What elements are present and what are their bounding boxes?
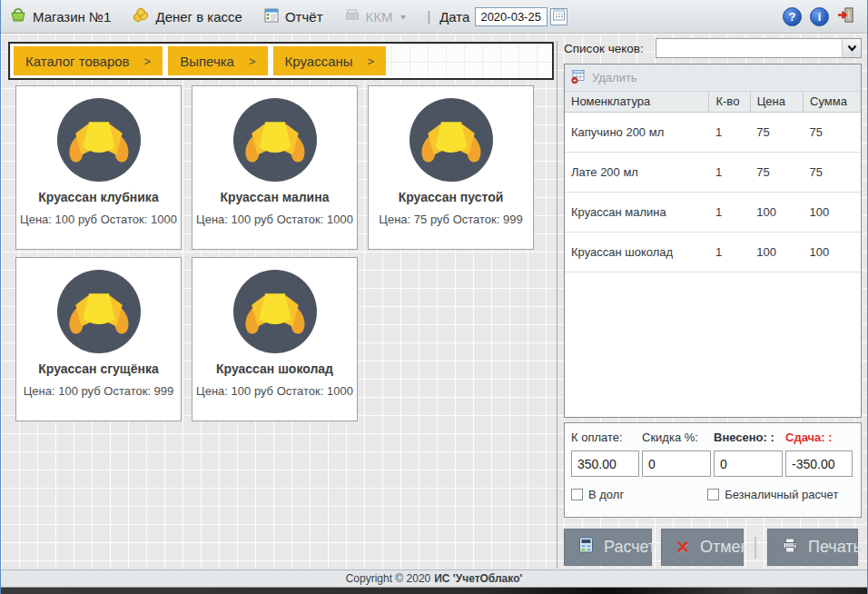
- breadcrumb-arrow-icon: >: [249, 54, 256, 68]
- toolbar-separator: |: [428, 9, 431, 24]
- info-icon[interactable]: i: [810, 7, 829, 26]
- croissant-image: [233, 98, 317, 182]
- debt-label: В долг: [588, 488, 624, 501]
- copyright-text: Copyright © 2020: [346, 572, 431, 585]
- print-label: Печать: [808, 538, 862, 557]
- debt-checkbox-group[interactable]: В долг: [571, 488, 624, 501]
- top-toolbar: Магазин №1 Денег в кассе: [1, 0, 867, 34]
- pos-window: Магазин №1 Денег в кассе: [0, 0, 868, 594]
- date-label: Дата: [439, 9, 469, 25]
- store-label: Магазин №1: [33, 9, 111, 25]
- receipt-panel: Список чеков:: [564, 38, 862, 518]
- kkm-caret-icon: ▾: [401, 12, 406, 22]
- date-input[interactable]: [475, 7, 547, 26]
- report-icon: [264, 8, 279, 25]
- col-price[interactable]: Цена: [750, 92, 803, 112]
- exit-icon: [837, 6, 854, 24]
- help-icon[interactable]: ?: [783, 7, 802, 26]
- breadcrumb-catalog[interactable]: Каталог товаров >: [14, 46, 163, 75]
- receipt-list-label: Список чеков:: [564, 42, 644, 55]
- breadcrumb-bakery[interactable]: Выпечка >: [168, 46, 267, 75]
- payment-labels: К оплате: Скидка %: Внесено: : Сдача: :: [571, 431, 854, 444]
- table-row[interactable]: Круассан шоколад 1 100 100: [565, 232, 861, 272]
- item-sum: 100: [804, 232, 861, 272]
- product-name: Круассан малина: [192, 190, 357, 204]
- item-sum: 100: [804, 192, 861, 232]
- cash-label: Денег в кассе: [155, 9, 242, 25]
- report-label: Отчёт: [285, 9, 323, 25]
- item-name: Круассан шоколад: [565, 232, 709, 272]
- payment-checkboxes: В долг Безналичный расчет: [571, 488, 854, 501]
- receipt-toolbar: Удалить: [565, 64, 861, 92]
- item-price: 75: [750, 112, 803, 152]
- received-label: Внесено: :: [714, 431, 783, 444]
- kkm-icon: [345, 8, 360, 25]
- calendar-icon: [553, 9, 565, 24]
- cancel-button[interactable]: ✕ Отмена: [661, 529, 744, 566]
- item-sum: 75: [804, 112, 861, 152]
- action-separator: [755, 537, 756, 559]
- taskbar-edge: [1, 588, 867, 594]
- table-row[interactable]: Капучино 200 мл 1 75 75: [565, 112, 861, 152]
- calendar-button[interactable]: [550, 8, 567, 25]
- exit-button[interactable]: [837, 6, 854, 26]
- delete-item-label: Удалить: [592, 71, 637, 84]
- item-price: 75: [750, 152, 803, 192]
- receipt-list-row: Список чеков:: [564, 38, 862, 58]
- product-card-condensed-milk[interactable]: Круассан сгущёнка Цена: 100 руб Остаток:…: [15, 257, 182, 421]
- payment-box: К оплате: Скидка %: Внесено: : Сдача: : …: [564, 422, 862, 518]
- product-card-plain[interactable]: Круассан пустой Цена: 75 руб Остаток: 99…: [368, 85, 534, 250]
- debt-checkbox[interactable]: [571, 489, 583, 500]
- toolbar-right: ? i: [783, 6, 858, 26]
- print-button[interactable]: Печать ▾: [767, 529, 858, 566]
- receipt-items-box: Удалить Номенклатура К-во Цена Сумма: [564, 64, 862, 418]
- croissant-image: [409, 98, 493, 182]
- product-price-stock: Цена: 100 руб Остаток: 1000: [192, 384, 357, 398]
- cashless-checkbox-group[interactable]: Безналичный расчет: [707, 488, 838, 501]
- report-button[interactable]: Отчёт: [264, 8, 323, 25]
- table-row[interactable]: Лате 200 мл 1 75 75: [565, 152, 861, 192]
- content-area: Каталог товаров > Выпечка > Круассаны > …: [1, 34, 867, 569]
- product-card-strawberry[interactable]: Круассан клубника Цена: 100 руб Остаток:…: [15, 85, 182, 250]
- breadcrumb: Каталог товаров > Выпечка > Круассаны >: [8, 42, 554, 80]
- to-pay-label: К оплате:: [571, 431, 639, 444]
- calculator-icon: [578, 537, 594, 558]
- breadcrumb-catalog-label: Каталог товаров: [25, 54, 130, 69]
- delete-table-icon: [571, 69, 586, 86]
- croissant-image: [57, 270, 141, 353]
- table-row[interactable]: Круассан малина 1 100 100: [565, 192, 861, 232]
- store-button[interactable]: Магазин №1: [10, 7, 111, 25]
- printer-icon: [782, 538, 798, 558]
- discount-input[interactable]: [642, 450, 711, 477]
- product-name: Круассан пустой: [369, 190, 533, 204]
- col-qty[interactable]: К-во: [709, 92, 750, 112]
- to-pay-input[interactable]: [571, 450, 639, 477]
- kkm-button: ККМ ▾: [345, 8, 406, 25]
- delete-item-button[interactable]: Удалить: [571, 69, 637, 86]
- product-price-stock: Цена: 75 руб Остаток: 999: [369, 213, 533, 226]
- item-name: Лате 200 мл: [565, 152, 709, 192]
- product-grid: Круассан клубника Цена: 100 руб Остаток:…: [8, 85, 534, 421]
- calculate-label: Расчет: [604, 538, 656, 557]
- col-sum[interactable]: Сумма: [804, 92, 861, 112]
- chevron-down-icon[interactable]: [842, 39, 861, 57]
- col-nomenclature[interactable]: Номенклатура: [565, 92, 709, 112]
- discount-label: Скидка %:: [642, 431, 711, 444]
- product-price-stock: Цена: 100 руб Остаток: 1000: [192, 213, 357, 226]
- received-input[interactable]: [714, 450, 783, 477]
- item-price: 100: [750, 192, 803, 232]
- cashless-checkbox[interactable]: [707, 489, 719, 500]
- change-label: Сдача: :: [785, 431, 853, 444]
- brand-name: ИС 'УчетОблако': [434, 572, 522, 585]
- cancel-label: Отмена: [700, 538, 759, 557]
- cash-button[interactable]: Денег в кассе: [133, 7, 242, 25]
- item-qty: 1: [709, 152, 750, 192]
- product-card-chocolate[interactable]: Круассан шоколад Цена: 100 руб Остаток: …: [192, 257, 358, 421]
- product-card-raspberry[interactable]: Круассан малина Цена: 100 руб Остаток: 1…: [192, 85, 358, 250]
- calculate-button[interactable]: Расчет: [564, 529, 652, 566]
- item-qty: 1: [709, 192, 750, 232]
- croissant-image: [57, 98, 141, 182]
- receipt-list-select[interactable]: [656, 38, 862, 58]
- breadcrumb-croissants[interactable]: Круассаны >: [273, 46, 387, 75]
- change-input[interactable]: [785, 450, 853, 477]
